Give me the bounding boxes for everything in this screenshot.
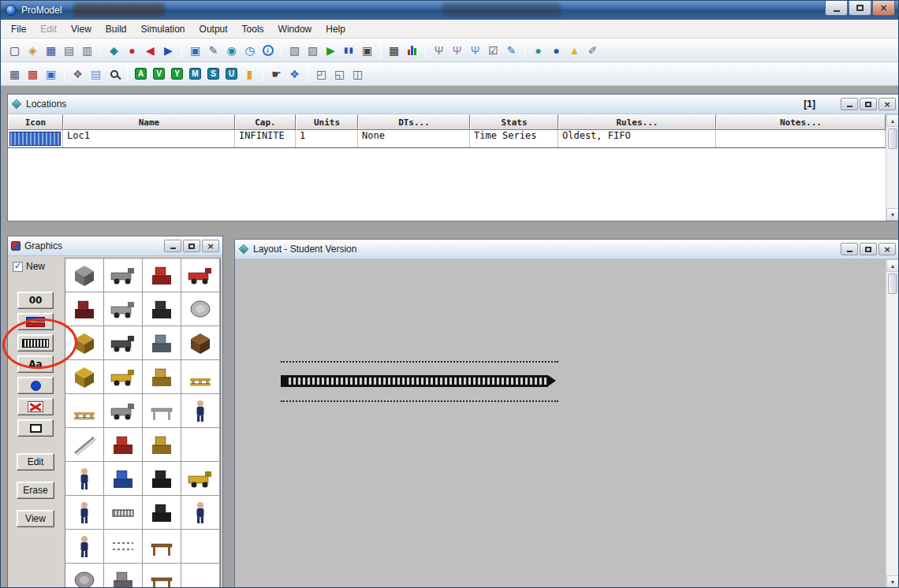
edit-record-button[interactable]: ✎ bbox=[204, 41, 222, 60]
menu-tools[interactable]: Tools bbox=[235, 20, 271, 38]
column-header-units[interactable]: Units bbox=[296, 114, 358, 130]
counter-graphic-button[interactable]: 00 bbox=[17, 292, 54, 309]
layout-close-button[interactable]: × bbox=[878, 243, 896, 255]
app-titlebar[interactable]: ProModel × bbox=[1, 1, 898, 20]
copy-window-button[interactable]: ▨ bbox=[304, 41, 322, 60]
shaded-sphere-button[interactable]: ● bbox=[547, 41, 565, 60]
machine-gray-thumbnail[interactable] bbox=[104, 564, 142, 587]
maximize-window-button[interactable] bbox=[849, 1, 871, 16]
warning-triangle-button[interactable]: ▲ bbox=[565, 41, 584, 60]
menu-window[interactable]: Window bbox=[271, 20, 319, 38]
forklift-dark-thumbnail[interactable] bbox=[104, 326, 142, 359]
column-header-cap[interactable]: Cap. bbox=[235, 114, 296, 130]
scroll-up-button[interactable]: ▲ bbox=[886, 114, 898, 127]
break-button[interactable]: ● bbox=[123, 41, 141, 60]
spreadsheet-view-button[interactable]: ▦ bbox=[385, 41, 403, 60]
graphics-maximize-button[interactable] bbox=[183, 240, 200, 252]
pause-simulation-button[interactable]: ▮▮ bbox=[340, 41, 358, 60]
queue-lines-thumbnail[interactable] bbox=[104, 530, 142, 563]
boxes-thumbnail[interactable] bbox=[65, 360, 103, 393]
column-header-notes[interactable]: Notes... bbox=[716, 114, 886, 130]
globe-sheet-button[interactable]: ❖ bbox=[285, 65, 304, 84]
edit-button[interactable]: Edit bbox=[17, 453, 54, 471]
erase-button[interactable]: Erase bbox=[17, 482, 54, 499]
minimize-window-button[interactable] bbox=[825, 1, 848, 16]
scroll-down-button[interactable]: ▼ bbox=[886, 208, 898, 221]
save-model-button[interactable]: ▦ bbox=[42, 41, 60, 60]
menu-help[interactable]: Help bbox=[319, 20, 353, 38]
worker-1-thumbnail[interactable] bbox=[65, 462, 103, 495]
column-header-dts[interactable]: DTs... bbox=[358, 114, 470, 130]
check-syntax-button[interactable]: ☑ bbox=[484, 41, 502, 60]
arrange-windows-3-button[interactable]: ◫ bbox=[349, 65, 367, 84]
rod-thumbnail[interactable] bbox=[65, 428, 103, 461]
ramp-thumbnail[interactable] bbox=[65, 259, 103, 292]
worker-4-thumbnail[interactable] bbox=[65, 530, 103, 563]
scale-thumbnail[interactable] bbox=[104, 462, 142, 495]
crate-thumbnail[interactable] bbox=[65, 326, 103, 359]
arrange-windows-2-button[interactable]: ◱ bbox=[330, 65, 349, 84]
next-step-button[interactable]: ▶ bbox=[159, 41, 177, 60]
grid-settings-button[interactable]: ▩ bbox=[24, 65, 42, 84]
locations-maximize-button[interactable] bbox=[860, 98, 877, 110]
mill-gold-thumbnail[interactable] bbox=[143, 428, 181, 461]
shelf-brown-thumbnail[interactable] bbox=[143, 564, 181, 587]
stamp-tool-button[interactable]: ❖ bbox=[69, 65, 87, 84]
edit-notes-button[interactable]: ✎ bbox=[502, 41, 520, 60]
recent-history-button[interactable]: ◷ bbox=[241, 41, 259, 60]
workstation-thumbnail[interactable] bbox=[143, 326, 181, 359]
pallet-jack-thumbnail[interactable] bbox=[104, 394, 142, 427]
background-graphics-button[interactable]: ▤ bbox=[87, 65, 105, 84]
graphics-minimize-button[interactable] bbox=[164, 240, 181, 252]
new-checkbox[interactable]: ✓ bbox=[13, 262, 23, 272]
view-button[interactable]: View bbox=[17, 510, 54, 527]
arrays-button[interactable]: Y bbox=[168, 65, 186, 84]
column-header-rules[interactable]: Rules... bbox=[558, 114, 716, 130]
scroll-thumb[interactable] bbox=[888, 128, 897, 149]
bench-brown-thumbnail[interactable] bbox=[143, 530, 181, 563]
pump-thumbnail[interactable] bbox=[143, 292, 181, 326]
pallet-thumbnail[interactable] bbox=[65, 394, 103, 427]
tanker-thumbnail[interactable] bbox=[181, 462, 219, 495]
shift-editor-button[interactable]: ▮ bbox=[241, 65, 259, 84]
region-graphic-button[interactable] bbox=[17, 419, 54, 437]
menu-file[interactable]: File bbox=[4, 20, 33, 38]
gauge-graphic-button[interactable] bbox=[17, 313, 54, 330]
text-graphic-button[interactable]: Aa bbox=[17, 355, 54, 373]
graphics-titlebar[interactable]: Graphics × bbox=[8, 236, 222, 256]
layout-scrollbar[interactable]: ▲ ▼ bbox=[886, 259, 898, 587]
conveyor-piece-thumbnail[interactable] bbox=[104, 496, 142, 529]
new-checkbox-row[interactable]: ✓ New bbox=[13, 261, 45, 272]
snap-grid-button[interactable]: ▣ bbox=[42, 65, 60, 84]
forklift-gold-thumbnail[interactable] bbox=[104, 360, 142, 393]
workbench-thumbnail[interactable] bbox=[143, 394, 181, 427]
operator-thumbnail[interactable] bbox=[181, 394, 219, 427]
menu-build[interactable]: Build bbox=[99, 20, 134, 38]
machine-red-thumbnail[interactable] bbox=[143, 259, 181, 292]
lathe-red-thumbnail[interactable] bbox=[104, 428, 142, 461]
flatbed-truck-thumbnail[interactable] bbox=[104, 259, 142, 292]
location-units-cell[interactable]: 1 bbox=[296, 130, 358, 147]
world-view-button[interactable]: ◉ bbox=[222, 41, 241, 60]
open-module-button[interactable]: ▣ bbox=[186, 41, 204, 60]
pallet-stack-thumbnail[interactable] bbox=[181, 360, 219, 393]
attributes-button[interactable]: A bbox=[132, 65, 150, 84]
model-info-button[interactable]: i bbox=[259, 41, 277, 60]
location-dts-cell[interactable]: None bbox=[358, 130, 470, 147]
machine-gold-thumbnail[interactable] bbox=[143, 360, 181, 393]
scroll-up-button[interactable]: ▲ bbox=[886, 259, 898, 272]
location-stats-cell[interactable]: Time Series bbox=[470, 130, 558, 147]
location-icon-cell[interactable] bbox=[8, 130, 63, 147]
locations-close-button[interactable]: × bbox=[878, 98, 896, 110]
mini-grid-button[interactable]: ▦ bbox=[6, 65, 24, 84]
locations-scrollbar[interactable]: ▲ ▼ bbox=[886, 114, 898, 221]
scroll-down-button[interactable]: ▼ bbox=[886, 575, 898, 587]
menu-view[interactable]: View bbox=[64, 20, 99, 38]
circle-graphic-button[interactable] bbox=[17, 377, 54, 394]
car-red-thumbnail[interactable] bbox=[181, 259, 219, 292]
car-gray-thumbnail[interactable] bbox=[104, 292, 142, 326]
round-machine-thumbnail[interactable] bbox=[65, 292, 103, 326]
report-window-button[interactable]: ▧ bbox=[285, 41, 304, 60]
column-header-name[interactable]: Name bbox=[63, 114, 235, 130]
print-button[interactable]: ▥ bbox=[78, 41, 96, 60]
